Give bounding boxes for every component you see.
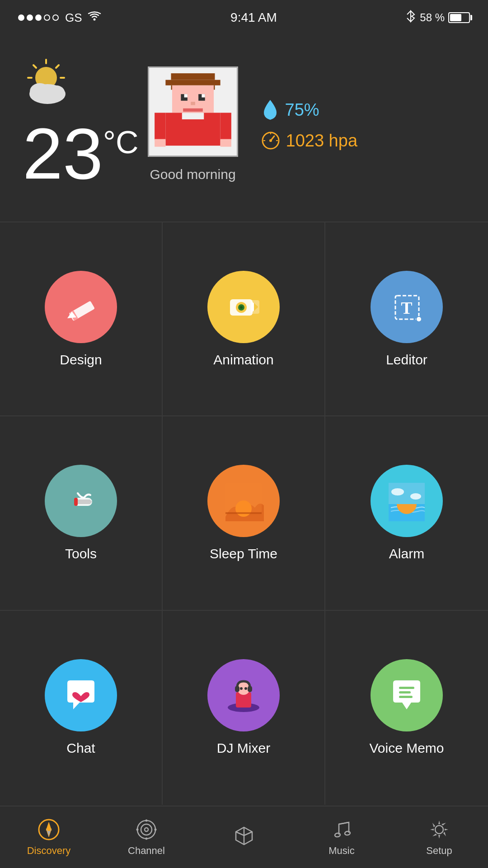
pressure-icon: [261, 131, 281, 151]
dot-3: [35, 14, 42, 21]
dot-2: [27, 14, 33, 21]
svg-point-51: [391, 488, 404, 495]
app-grid: Design Animation T: [0, 222, 488, 805]
svg-rect-60: [399, 687, 414, 689]
dot-4: [44, 14, 50, 21]
svg-point-43: [416, 316, 422, 322]
tools-label: Tools: [65, 546, 97, 561]
music-nav-icon: [330, 818, 353, 841]
humidity-stat: 75%: [261, 98, 358, 122]
svg-point-64: [47, 828, 50, 831]
dot-1: [18, 14, 24, 21]
app-cell-sleep[interactable]: Sleep Time: [163, 416, 325, 610]
music-nav-label: Music: [328, 845, 354, 857]
sun-cloud-icon: [23, 59, 81, 108]
design-label: Design: [60, 352, 102, 368]
temperature-value: 23: [23, 118, 103, 190]
svg-point-68: [145, 820, 148, 822]
signal-dots: [18, 14, 59, 21]
status-right: 58 %: [406, 10, 470, 25]
svg-point-30: [269, 139, 272, 142]
svg-rect-26: [220, 113, 231, 140]
svg-rect-19: [184, 94, 187, 97]
channel-nav-icon: [135, 818, 158, 841]
svg-point-52: [410, 493, 421, 500]
dj-label: DJ Mixer: [217, 741, 270, 756]
svg-rect-20: [202, 94, 205, 97]
app-cell-voice[interactable]: Voice Memo: [325, 611, 488, 805]
weather-icon-container: [23, 59, 139, 108]
svg-rect-22: [183, 108, 203, 112]
wifi-icon: [88, 11, 101, 24]
status-bar: GS 9:41 AM 58 %: [0, 0, 488, 32]
bluetooth-icon: [406, 10, 415, 25]
svg-rect-56: [235, 686, 239, 692]
channel-nav-label: Channel: [128, 845, 165, 857]
temperature-display: 23 °C: [23, 118, 139, 190]
battery-icon: [448, 12, 470, 23]
app-cell-tools[interactable]: Tools: [0, 416, 163, 610]
leditor-icon: T: [371, 271, 443, 343]
svg-point-73: [344, 831, 350, 835]
voice-label: Voice Memo: [369, 741, 444, 756]
pressure-value: 1023 hpa: [286, 131, 358, 151]
discovery-nav-label: Discovery: [27, 845, 71, 857]
svg-point-9: [30, 83, 50, 99]
voice-icon: [371, 659, 443, 731]
svg-point-72: [334, 833, 340, 837]
svg-line-6: [33, 65, 36, 68]
bottom-nav: Discovery Channel: [0, 806, 488, 868]
animation-label: Animation: [213, 352, 273, 368]
battery-fill: [450, 14, 461, 21]
animation-icon: [207, 271, 280, 343]
nav-item-discovery[interactable]: Discovery: [0, 818, 98, 857]
chat-label: Chat: [66, 741, 95, 756]
svg-point-74: [435, 826, 443, 834]
svg-point-70: [136, 829, 139, 831]
svg-point-66: [141, 824, 152, 835]
pixel-avatar: [148, 66, 238, 157]
svg-rect-27: [155, 139, 165, 147]
svg-rect-48: [225, 483, 262, 512]
svg-point-69: [155, 829, 157, 831]
humidity-icon: [261, 98, 280, 122]
svg-point-59: [244, 687, 247, 690]
nav-item-setup[interactable]: Setup: [390, 818, 488, 857]
nav-item-music[interactable]: Music: [293, 818, 390, 857]
svg-rect-47: [225, 512, 262, 514]
svg-point-58: [240, 687, 243, 690]
nav-item-cube[interactable]: [195, 824, 293, 851]
app-cell-alarm[interactable]: Alarm: [325, 416, 488, 610]
weather-section: 23 °C: [0, 32, 488, 222]
design-icon: [45, 271, 117, 343]
setup-nav-icon: [427, 818, 451, 841]
greeting-text: Good morning: [150, 167, 235, 182]
status-time: 9:41 AM: [230, 10, 277, 25]
dot-5: [52, 14, 59, 21]
alarm-icon: [371, 465, 443, 537]
app-cell-design[interactable]: Design: [0, 222, 163, 416]
dj-icon: [207, 659, 280, 731]
tools-icon: [45, 465, 117, 537]
svg-point-10: [48, 85, 65, 99]
sleep-icon: [207, 465, 280, 537]
app-cell-chat[interactable]: Chat: [0, 611, 163, 805]
app-cell-leditor[interactable]: T Leditor: [325, 222, 488, 416]
weather-left: 23 °C: [23, 59, 139, 190]
discovery-nav-icon: [37, 818, 61, 841]
app-cell-dj[interactable]: DJ Mixer: [163, 611, 325, 805]
chat-icon: [45, 659, 117, 731]
nav-item-channel[interactable]: Channel: [98, 818, 195, 857]
setup-nav-label: Setup: [426, 845, 452, 857]
svg-rect-28: [220, 139, 231, 147]
svg-rect-57: [248, 686, 252, 692]
humidity-value: 75%: [285, 100, 319, 120]
svg-rect-25: [155, 113, 165, 140]
svg-rect-61: [399, 691, 411, 693]
battery-container: 58 %: [420, 11, 470, 24]
svg-rect-62: [399, 696, 413, 698]
svg-point-39: [240, 306, 243, 309]
svg-rect-45: [74, 498, 78, 506]
svg-rect-12: [171, 73, 215, 80]
app-cell-animation[interactable]: Animation: [163, 222, 325, 416]
